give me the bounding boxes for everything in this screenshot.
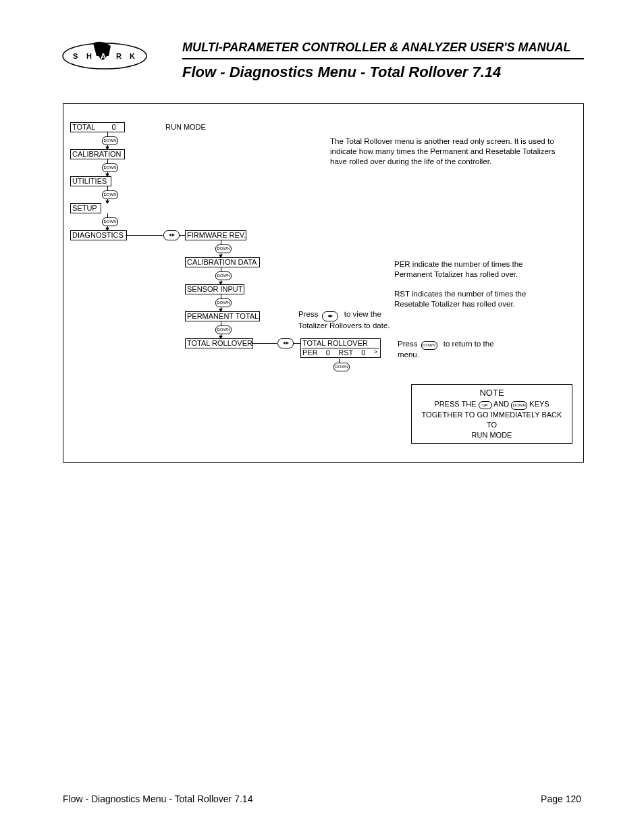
down-key-icon: DOWN: [421, 341, 437, 350]
up-key-icon: UP: [479, 401, 492, 409]
down-key-icon: DOWN: [102, 163, 118, 172]
enter-key-icon: ◂ ▸: [322, 311, 338, 321]
connector: [252, 343, 277, 344]
press-view-text: Press ◂ ▸ to view the Totalizer Rollover…: [298, 309, 390, 331]
note-line2: TOGETHER TO GO IMMEDIATELY BACK TO: [416, 410, 568, 430]
display-line2: PER 0 RST 0: [302, 348, 379, 357]
menu-permanent-total: PERMANENT TOTAL: [185, 311, 260, 321]
display-line1: TOTAL ROLLOVER: [302, 339, 379, 348]
down-key-icon: DOWN: [102, 190, 118, 199]
display-total-rollover: TOTAL ROLLOVER PER 0 RST 0: [300, 338, 381, 358]
down-key-icon: DOWN: [333, 363, 350, 371]
menu-utilities: UTILITIES: [70, 176, 111, 186]
diagram-frame: TOTAL0 RUN MODE DOWN CALIBRATION DOWN UT…: [63, 103, 584, 463]
shark-logo: S H A R K: [61, 38, 149, 75]
menu-total-rollover: TOTAL ROLLOVER: [185, 338, 253, 348]
note-title: NOTE: [416, 388, 568, 398]
rst-desc: RST indicates the number of times the Re…: [394, 289, 549, 309]
right-marker-icon: >: [374, 348, 377, 355]
menu-firmware-rev: FIRMWARE REV.: [185, 230, 246, 240]
note-line3: RUN MODE: [416, 430, 568, 440]
header-rule: [182, 58, 584, 59]
connector: [126, 235, 163, 236]
menu-calibration-data: CALIBRATION DATA: [185, 257, 260, 267]
svg-text:S: S: [73, 52, 78, 60]
down-key-icon: DOWN: [102, 136, 118, 145]
svg-text:H: H: [86, 52, 92, 60]
label-run-mode: RUN MODE: [165, 123, 206, 132]
note-line1: PRESS THE UP AND DOWN KEYS: [416, 399, 568, 410]
page: S H A R K MULTI-PARAMETER CONTROLLER & A…: [0, 0, 644, 834]
per-desc: PER indicate the number of times the Per…: [394, 259, 549, 280]
down-key-icon: DOWN: [215, 298, 232, 307]
footer-right: Page 120: [541, 793, 581, 804]
enter-key-icon: ◂ ▸: [163, 230, 180, 240]
svg-text:A: A: [101, 52, 106, 60]
press-return-text: Press DOWN to return to the menu.: [398, 339, 494, 360]
note-box: NOTE PRESS THE UP AND DOWN KEYS TOGETHER…: [411, 384, 572, 444]
menu-diagnostics: DIAGNOSTICS: [70, 230, 127, 240]
down-key-icon: DOWN: [215, 244, 232, 253]
down-key-icon: DOWN: [215, 271, 232, 280]
svg-text:K: K: [130, 52, 135, 60]
manual-title: MULTI-PARAMETER CONTROLLER & ANALYZER US…: [182, 41, 571, 55]
intro-text: The Total Rollover menu is another read …: [330, 136, 566, 167]
connector: [294, 343, 300, 344]
enter-key-icon: ◂ ▸: [277, 338, 294, 348]
down-key-icon: DOWN: [511, 401, 527, 410]
menu-calibration: CALIBRATION: [70, 149, 125, 159]
connector: [180, 235, 185, 236]
arrow-down-icon: [105, 201, 109, 204]
down-key-icon: DOWN: [215, 325, 232, 334]
menu-total: TOTAL0: [70, 122, 125, 132]
menu-sensor-input: SENSOR INPUT: [185, 284, 244, 294]
section-title: Flow - Diagnostics Menu - Total Rollover…: [182, 63, 501, 81]
menu-setup: SETUP: [70, 203, 101, 213]
down-key-icon: DOWN: [102, 217, 118, 226]
footer-left: Flow - Diagnostics Menu - Total Rollover…: [63, 793, 252, 804]
svg-text:R: R: [116, 52, 122, 60]
